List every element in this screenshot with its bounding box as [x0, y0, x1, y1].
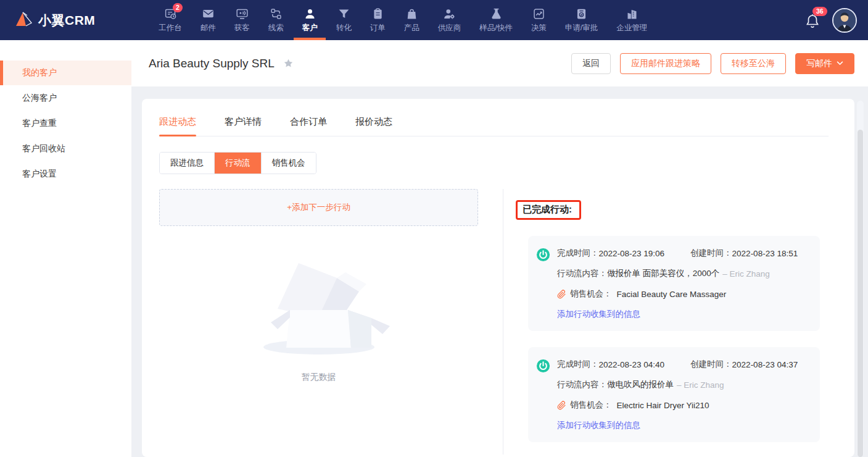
content-region: 跟进动态 客户详情 合作订单 报价动态 跟进信息 行动流 销售机会 +添加下一步…	[131, 86, 868, 457]
subtab-sales-opportunity[interactable]: 销售机会	[262, 153, 316, 174]
bell-icon	[805, 20, 820, 31]
document-check-icon	[575, 7, 588, 20]
favorite-star-icon[interactable]	[283, 58, 294, 69]
add-collected-info-link[interactable]: 添加行动收集到的信息	[557, 420, 640, 431]
customer-detail-card: 跟进动态 客户详情 合作订单 报价动态 跟进信息 行动流 销售机会 +添加下一步…	[142, 99, 854, 457]
funnel-icon	[337, 7, 350, 20]
action-author: – Eric Zhang	[677, 380, 724, 390]
sidebar-item-my-customers[interactable]: 我的客户	[0, 61, 131, 85]
completed-actions-heading: 已完成行动:	[516, 200, 581, 220]
user-avatar[interactable]	[832, 8, 857, 33]
nav-item-orders[interactable]: 订单	[361, 0, 395, 40]
add-collected-info-link[interactable]: 添加行动收集到的信息	[557, 309, 640, 320]
add-next-action-button[interactable]: +添加下一步行动	[159, 189, 478, 226]
nav-item-label: 获客	[234, 23, 250, 33]
paperclip-icon	[557, 290, 566, 299]
flask-icon	[490, 7, 503, 20]
nav-item-label: 线索	[268, 23, 284, 33]
nav-item-conversion[interactable]: 转化	[327, 0, 361, 40]
subtab-follow-info[interactable]: 跟进信息	[160, 153, 215, 174]
created-time-value: 2022-08-23 04:37	[732, 360, 798, 369]
bag-icon	[405, 7, 418, 20]
nav-item-label: 客户	[302, 23, 318, 33]
apply-email-strategy-button[interactable]: 应用邮件跟进策略	[620, 53, 711, 74]
tab-cooperation-orders[interactable]: 合作订单	[290, 116, 327, 136]
main-column: Aria Beauty Supply SRL 返回 应用邮件跟进策略 转移至公海…	[131, 40, 868, 457]
nav-item-suppliers[interactable]: 供应商	[429, 0, 471, 40]
workbench-badge: 2	[173, 3, 183, 12]
nav-item-approval[interactable]: 申请/审批	[556, 0, 607, 40]
tab-follow-up-activity[interactable]: 跟进动态	[159, 116, 196, 136]
nav-item-samples[interactable]: 样品/快件	[470, 0, 521, 40]
notifications-button[interactable]: 36	[805, 9, 820, 31]
person-icon	[304, 7, 316, 20]
sidebar-item-label: 客户查重	[22, 118, 57, 129]
nav-item-acquisition[interactable]: 获客	[225, 0, 259, 40]
created-time-value: 2022-08-23 18:51	[732, 249, 798, 258]
sidebar-item-public-customers[interactable]: 公海客户	[0, 86, 131, 111]
nav-item-decision[interactable]: 决策	[522, 0, 556, 40]
megaphone-screen-icon	[236, 7, 249, 20]
opportunity-value: Facial Beauty Care Massager	[617, 290, 727, 299]
power-icon	[536, 359, 550, 431]
tab-quote-activity[interactable]: 报价动态	[355, 116, 392, 136]
action-content-label: 行动流内容：	[557, 268, 607, 279]
nav-item-workbench[interactable]: 工作台 2	[149, 0, 191, 40]
sidebar: 我的客户 公海客户 客户查重 客户回收站 客户设置	[0, 40, 131, 457]
app-logo[interactable]: 小翼CRM	[15, 10, 95, 30]
action-content-value: 做报价单 面部美容仪，2000个	[607, 268, 719, 279]
sidebar-item-recycle-bin[interactable]: 客户回收站	[0, 136, 131, 161]
header-buttons: 返回 应用邮件跟进策略 转移至公海 写邮件	[571, 53, 854, 74]
action-author: – Eric Zhang	[722, 269, 770, 279]
route-icon	[270, 7, 283, 20]
logo-text: 小翼CRM	[38, 12, 95, 29]
navbar-right: 36	[805, 8, 857, 33]
opportunity-label: 销售机会：	[570, 288, 612, 300]
nav-item-leads[interactable]: 线索	[259, 0, 293, 40]
back-button[interactable]: 返回	[571, 53, 611, 74]
empty-state: 暂无数据	[159, 246, 478, 383]
nav-item-label: 企业管理	[616, 23, 647, 33]
completed-time-label: 完成时间：	[557, 359, 599, 370]
mail-icon	[202, 7, 215, 20]
created-time-label: 创建时间：	[690, 248, 732, 259]
notifications-badge: 36	[812, 7, 827, 16]
content-scrollbar-thumb[interactable]	[858, 130, 863, 457]
completed-action-card: 完成时间： 2022-08-23 04:40 创建时间： 2022-08-23 …	[528, 347, 820, 442]
next-action-panel: +添加下一步行动	[159, 189, 503, 455]
action-content-value: 做电吹风的报价单	[607, 379, 674, 390]
nav-item-products[interactable]: 产品	[395, 0, 429, 40]
nav-item-label: 供应商	[438, 23, 461, 33]
sidebar-item-customer-settings[interactable]: 客户设置	[0, 162, 131, 187]
nav-item-label: 产品	[404, 23, 420, 33]
completed-action-card: 完成时间： 2022-08-23 19:06 创建时间： 2022-08-23 …	[528, 236, 820, 331]
compose-email-button[interactable]: 写邮件	[795, 53, 854, 74]
transfer-to-public-button[interactable]: 转移至公海	[721, 53, 786, 74]
sidebar-item-duplicate-check[interactable]: 客户查重	[0, 111, 131, 136]
sidebar-item-label: 我的客户	[22, 67, 57, 78]
nav-item-customers[interactable]: 客户	[293, 0, 327, 40]
chart-icon	[532, 7, 545, 20]
completed-time-label: 完成时间：	[557, 248, 599, 259]
nav-item-label: 样品/快件	[479, 23, 512, 33]
action-flow-panels: +添加下一步行动	[159, 189, 829, 455]
opportunity-value: Electric Hair Dryer Yii210	[617, 401, 709, 410]
completed-time-value: 2022-08-23 04:40	[599, 360, 665, 369]
content-scrollbar-track[interactable]	[857, 101, 864, 457]
empty-box-illustration	[242, 246, 396, 359]
nav-item-enterprise[interactable]: 企业管理	[607, 0, 656, 40]
empty-text: 暂无数据	[302, 372, 336, 383]
power-icon	[536, 248, 550, 320]
nav-item-label: 工作台	[159, 23, 182, 33]
action-card-body: 完成时间： 2022-08-23 19:06 创建时间： 2022-08-23 …	[557, 248, 798, 320]
sidebar-item-label: 客户设置	[22, 169, 57, 180]
nav-item-label: 订单	[370, 23, 386, 33]
customer-name-title: Aria Beauty Supply SRL	[149, 57, 275, 70]
subtab-action-flow[interactable]: 行动流	[215, 153, 262, 174]
sidebar-item-label: 公海客户	[22, 93, 57, 104]
logo-plane-icon	[15, 10, 33, 30]
nav-item-mail[interactable]: 邮件	[191, 0, 225, 40]
action-card-body: 完成时间： 2022-08-23 04:40 创建时间： 2022-08-23 …	[557, 359, 798, 431]
person-gear-icon	[443, 7, 456, 20]
tab-customer-details[interactable]: 客户详情	[225, 116, 262, 136]
